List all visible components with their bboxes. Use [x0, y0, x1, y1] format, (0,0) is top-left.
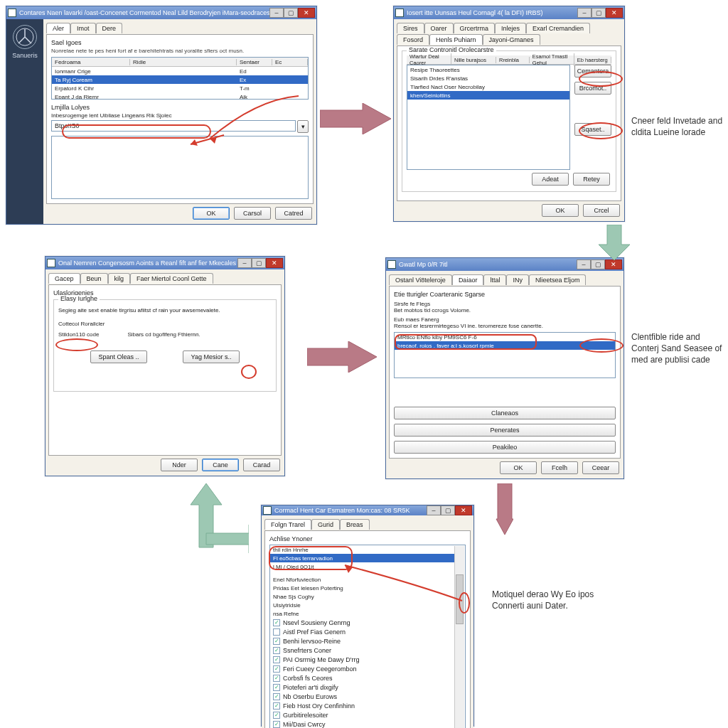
cancel-button[interactable]: Carsol — [234, 207, 271, 220]
scrollbar[interactable] — [454, 546, 464, 728]
maximize-button[interactable]: ▢ — [592, 8, 606, 18]
brand-sidebar: Sanueris — [6, 19, 43, 224]
maximize-button[interactable]: ▢ — [441, 505, 455, 515]
checkbox-icon[interactable]: ✓ — [273, 647, 280, 654]
checkbox-icon[interactable]: ✓ — [273, 638, 280, 645]
b2-button[interactable]: Fcelh — [541, 461, 578, 474]
side-button-3[interactable]: Peakileo — [394, 441, 616, 454]
back-button[interactable]: Nder — [161, 459, 198, 471]
ok-button[interactable]: OK — [542, 204, 579, 217]
side-button-1[interactable]: Cemantera — [574, 65, 611, 77]
checkbox-icon[interactable]: ✓ — [273, 693, 280, 700]
add-button[interactable]: Adeat — [532, 173, 569, 186]
checkbox-icon[interactable]: ✓ — [273, 665, 280, 673]
close-button[interactable]: ✕ — [298, 8, 315, 18]
action-button-2[interactable]: Yag Mesior s.. — [183, 350, 240, 363]
tab[interactable]: Gacep — [48, 273, 80, 284]
tab[interactable]: kilg — [108, 273, 131, 284]
minimize-button[interactable]: – — [427, 505, 441, 515]
table-row-selected[interactable]: Ta Ryj CoreamEx — [52, 75, 308, 84]
tab[interactable]: Fosord — [397, 34, 429, 45]
checkbox-icon[interactable]: ✓ — [273, 702, 280, 710]
app-icon — [8, 9, 16, 17]
titlebar: Gwatl Mp 0/R 7itl – ▢ ✕ — [386, 258, 623, 271]
tab[interactable]: Ostanl Vi8teleroje — [389, 274, 452, 285]
side-button-2[interactable]: Penerates — [394, 424, 616, 437]
tab[interactable]: Oarer — [424, 23, 454, 33]
section-sub: Nonrelae nete te pes heni fort af e bare… — [51, 48, 309, 54]
list-item: nsa Refne — [270, 609, 454, 618]
apply-button[interactable]: Catred — [275, 207, 312, 220]
tab[interactable]: Grcertrma — [454, 23, 496, 33]
checkbox-icon[interactable]: ✓ — [273, 619, 280, 626]
checkbox-icon[interactable]: ✓ — [273, 684, 280, 691]
side-button-2[interactable]: Brcomot.. — [574, 82, 611, 95]
tab[interactable]: Folgn Trarel — [264, 519, 311, 530]
check-item: ✓Mii/Dasi Cwrcy — [270, 719, 454, 728]
minimize-button[interactable]: – — [577, 259, 591, 269]
cancel-button[interactable]: Ceear — [582, 461, 619, 474]
brand-label: Sanueris — [12, 52, 38, 59]
side-button-1[interactable]: Claneaos — [394, 407, 616, 419]
checkbox-icon[interactable] — [273, 628, 280, 636]
maximize-button[interactable]: ▢ — [591, 259, 605, 269]
minimize-button[interactable]: – — [269, 8, 284, 18]
table-row: Ionmanr CrigeEd — [52, 67, 308, 75]
flow-arrow-down-left — [473, 483, 513, 540]
list-box[interactable]: Fedroama Ridle Sentaer Ec Ionmanr CrigeE… — [51, 57, 309, 100]
retry-button[interactable]: Retey — [573, 173, 610, 186]
tab[interactable]: Inlejes — [495, 23, 526, 33]
cancel-button[interactable]: Carad — [243, 459, 280, 471]
tab[interactable]: Jayoni-Gmanes — [483, 34, 540, 45]
description-textarea[interactable] — [51, 136, 309, 199]
tab[interactable]: Faer Miertol Coonl Gette — [130, 273, 213, 284]
close-button[interactable]: ✕ — [266, 258, 283, 268]
tab[interactable]: Sires — [397, 23, 424, 33]
tab[interactable]: lttal — [483, 274, 506, 285]
close-button[interactable]: ✕ — [455, 505, 472, 515]
minimize-button[interactable]: – — [237, 258, 252, 268]
checkbox-icon[interactable]: ✓ — [273, 675, 280, 682]
maximize-button[interactable]: ▢ — [252, 258, 266, 268]
next-button[interactable]: Cane — [202, 459, 239, 471]
tab-active[interactable]: Henls Puhiarn — [429, 34, 483, 45]
side-button-3[interactable]: Sqaset.. — [574, 123, 611, 136]
field-1: Stildon110 code — [58, 331, 99, 338]
cancel-button[interactable]: Crcel — [583, 204, 620, 217]
tab[interactable]: Beun — [80, 273, 108, 284]
close-button[interactable]: ✕ — [605, 259, 622, 269]
list-item-selected[interactable]: Fl eo5cbas terrarvadion — [270, 554, 454, 562]
dropdown-button[interactable]: ▾ — [297, 120, 309, 133]
scroll-thumb[interactable] — [456, 574, 464, 624]
maximize-button[interactable]: ▢ — [284, 8, 298, 18]
ok-button[interactable]: OK — [500, 461, 537, 474]
tab[interactable]: Breas — [340, 519, 370, 530]
ok-button[interactable]: OK — [193, 207, 230, 220]
checkbox-icon[interactable]: ✓ — [273, 656, 280, 663]
minimize-button[interactable]: – — [577, 8, 592, 18]
action-button-1[interactable]: Spant Oleas .. — [90, 350, 147, 363]
check-item: ✓Nsevl Sousieny Genrng — [270, 618, 454, 627]
checkbox-icon[interactable]: ✓ — [273, 721, 280, 728]
tab-imot[interactable]: Imot — [70, 23, 96, 33]
brand-logo-icon — [13, 25, 37, 49]
list-item-selected[interactable]: brecaof. roios . faver a:I s.koscrl rpmi… — [395, 341, 615, 350]
tab-dere[interactable]: Dere — [96, 23, 123, 33]
code-input[interactable]: Btpo!IS0 — [51, 120, 296, 132]
check-item: ✓Benhi lervsoo-Reine — [270, 636, 454, 646]
list-item: Sisarih Drdes R'anstas — [407, 74, 569, 82]
tab[interactable]: Nlieetsea Eljom — [529, 274, 587, 285]
subgroup-label: Cottecoi Rorallcler — [58, 321, 272, 327]
list-item-selected[interactable]: khen/Seinlottins — [407, 91, 569, 100]
section2-heading: Lmjilla Lolyes — [51, 104, 309, 111]
col-1: Fedroama — [52, 59, 130, 65]
tab[interactable]: Exarl Cremandien — [526, 23, 590, 33]
close-button[interactable]: ✕ — [606, 8, 623, 18]
tab[interactable]: Gurid — [311, 519, 340, 530]
window-5: Cormacl Hent Car Esmatren Mon:cas: 08 SR… — [261, 505, 474, 727]
tab[interactable]: INy — [506, 274, 529, 285]
tab-aler[interactable]: Aler — [46, 23, 70, 33]
checkbox-icon[interactable]: ✓ — [273, 712, 280, 719]
check-item: ✓PAI Osrrnig Me Dawy D'rrg — [270, 655, 454, 664]
tab[interactable]: Daiaor — [452, 274, 484, 285]
